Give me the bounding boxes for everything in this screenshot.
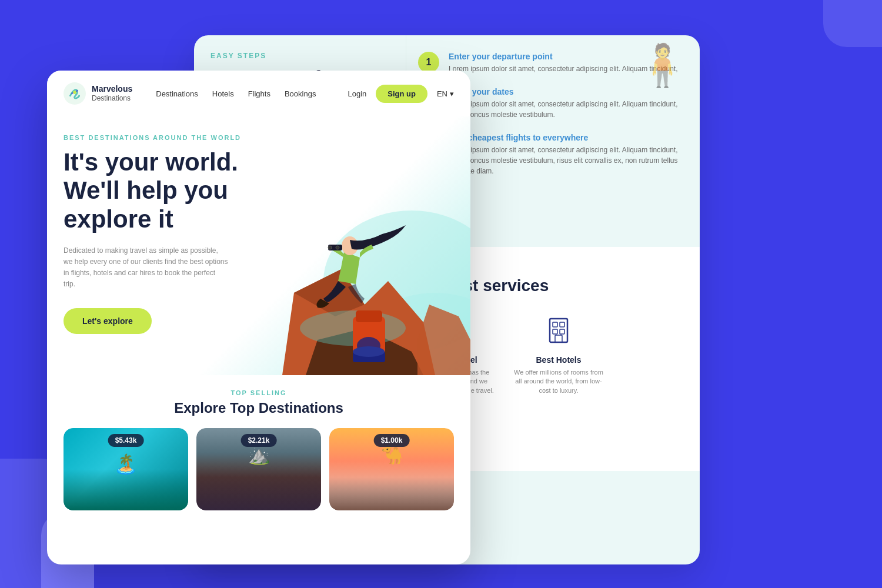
hotels-service-desc: We offer millions of rooms from all arou…	[512, 368, 606, 395]
hero-section: BEST DESTINATIONS AROUND THE WORLD It's …	[47, 116, 470, 375]
step-number-1: 1	[418, 52, 439, 73]
chevron-down-icon: ▾	[450, 89, 454, 98]
nav-bookings[interactable]: Bookings	[285, 89, 316, 98]
top-selling-label: TOP SELLING	[64, 389, 454, 396]
hero-title: It's your world. We'll help you explore …	[64, 148, 275, 233]
svg-point-9	[73, 91, 76, 94]
logo-brand: Marvelous	[92, 85, 132, 93]
svg-rect-3	[553, 322, 557, 327]
sitting-person-illustration: 🧍	[637, 41, 688, 89]
destination-card-3[interactable]: 🐪 $1.00k	[329, 428, 454, 510]
service-card-hotels: Best Hotels We offer millions of rooms f…	[512, 313, 606, 395]
logo: Marvelous Destinations	[64, 82, 132, 105]
hero-desc: Dedicated to making travel as simple as …	[64, 245, 228, 290]
logo-icon	[64, 82, 86, 105]
nav-lang[interactable]: EN ▾	[437, 89, 454, 98]
hotel-icon	[541, 313, 576, 348]
hero-cta-button[interactable]: Let's explore	[64, 308, 152, 334]
hotels-service-name: Best Hotels	[512, 355, 606, 365]
dest-price-1: $5.43k	[108, 434, 144, 447]
destinations-grid: 🏝️ $5.43k ⛰️ $2.21k 🐪 $1.00k	[64, 428, 454, 510]
svg-rect-6	[560, 329, 564, 334]
nav-links: Destinations Hotels Flights Bookings	[156, 89, 348, 98]
svg-rect-5	[553, 329, 557, 334]
svg-point-16	[328, 246, 332, 249]
nav-flights[interactable]: Flights	[248, 89, 270, 98]
dest-price-3: $1.00k	[374, 434, 410, 447]
dest-price-2: $2.21k	[241, 434, 277, 447]
hero-illustration	[247, 116, 470, 375]
svg-point-17	[336, 246, 339, 249]
top-selling-title: Explore Top Destinations	[64, 400, 454, 416]
easy-steps-label: EASY STEPS	[211, 52, 389, 60]
nav-signup-button[interactable]: Sign up	[376, 85, 427, 103]
front-card: Marvelous Destinations Destinations Hote…	[47, 71, 470, 564]
svg-rect-19	[356, 310, 382, 322]
nav-actions: Login Sign up EN ▾	[348, 85, 454, 103]
svg-point-22	[353, 346, 385, 357]
step-2-text: Lorem ipsum dolor sit amet, consectetur …	[449, 99, 688, 120]
navbar: Marvelous Destinations Destinations Hote…	[47, 71, 470, 116]
step-3-title: Pick cheapest flights to everywhere	[449, 133, 688, 142]
logo-sub: Destinations	[92, 94, 132, 102]
top-selling-section: TOP SELLING Explore Top Destinations 🏝️ …	[47, 375, 470, 524]
svg-rect-4	[560, 322, 564, 327]
nav-hotels[interactable]: Hotels	[212, 89, 234, 98]
destination-card-1[interactable]: 🏝️ $5.43k	[64, 428, 188, 510]
step-3-text: Lorem ipsum dolor sit amet, consectetur …	[449, 145, 688, 176]
destination-card-2[interactable]: ⛰️ $2.21k	[196, 428, 321, 510]
svg-rect-7	[555, 335, 562, 342]
nav-destinations[interactable]: Destinations	[156, 89, 198, 98]
nav-login[interactable]: Login	[348, 89, 366, 98]
